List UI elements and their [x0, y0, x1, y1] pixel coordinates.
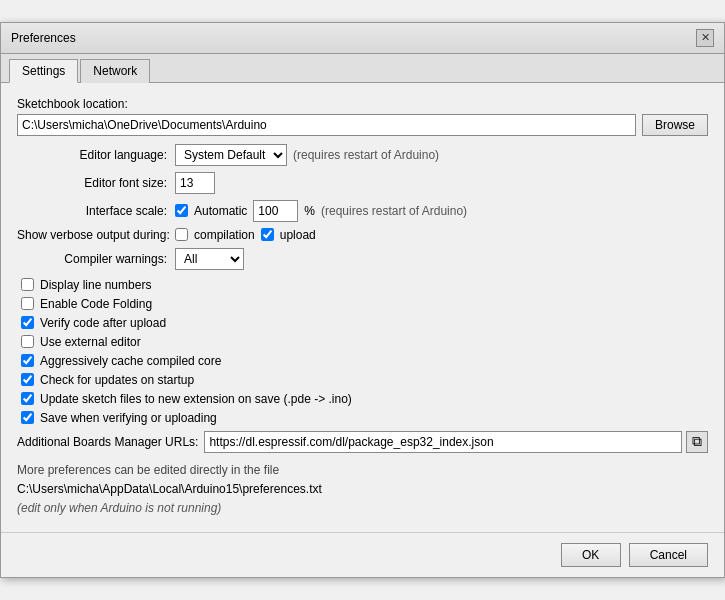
boards-manager-input[interactable]	[204, 431, 682, 453]
save-verifying-label[interactable]: Save when verifying or uploading	[40, 411, 217, 425]
info-line1: More preferences can be edited directly …	[17, 461, 708, 480]
sketchbook-label: Sketchbook location:	[17, 97, 708, 111]
automatic-scale-label[interactable]: Automatic	[194, 204, 247, 218]
verbose-output-ctrl: compilation upload	[175, 228, 708, 242]
display-line-numbers-checkbox[interactable]	[21, 278, 34, 291]
scale-value-input[interactable]	[253, 200, 298, 222]
info-line2: C:\Users\micha\AppData\Local\Arduino15\p…	[17, 480, 708, 499]
compiler-warnings-select[interactable]: None Default More All	[175, 248, 244, 270]
checkbox-row-aggressively-cache: Aggressively cache compiled core	[17, 354, 708, 368]
form-grid: Editor language: System Default (require…	[17, 144, 708, 270]
use-external-editor-label[interactable]: Use external editor	[40, 335, 141, 349]
tab-settings[interactable]: Settings	[9, 59, 78, 83]
info-section: More preferences can be edited directly …	[17, 461, 708, 519]
update-sketch-label[interactable]: Update sketch files to new extension on …	[40, 392, 352, 406]
checkbox-row-save-verifying: Save when verifying or uploading	[17, 411, 708, 425]
compiler-warnings-label: Compiler warnings:	[17, 252, 167, 266]
check-updates-label[interactable]: Check for updates on startup	[40, 373, 194, 387]
use-external-editor-checkbox[interactable]	[21, 335, 34, 348]
editor-font-size-ctrl	[175, 172, 708, 194]
checkbox-section: Display line numbers Enable Code Folding…	[17, 278, 708, 425]
editor-language-select[interactable]: System Default	[175, 144, 287, 166]
footer: OK Cancel	[1, 532, 724, 577]
check-updates-checkbox[interactable]	[21, 373, 34, 386]
automatic-scale-checkbox[interactable]	[175, 204, 188, 217]
display-line-numbers-label[interactable]: Display line numbers	[40, 278, 151, 292]
enable-code-folding-label[interactable]: Enable Code Folding	[40, 297, 152, 311]
checkbox-row-display-line-numbers: Display line numbers	[17, 278, 708, 292]
boards-manager-label: Additional Boards Manager URLs:	[17, 435, 198, 449]
update-sketch-checkbox[interactable]	[21, 392, 34, 405]
editor-language-label: Editor language:	[17, 148, 167, 162]
verify-code-label[interactable]: Verify code after upload	[40, 316, 166, 330]
checkbox-row-external-editor: Use external editor	[17, 335, 708, 349]
save-verifying-checkbox[interactable]	[21, 411, 34, 424]
browse-button[interactable]: Browse	[642, 114, 708, 136]
boards-manager-open-button[interactable]: ⧉	[686, 431, 708, 453]
editor-font-size-input[interactable]	[175, 172, 215, 194]
interface-scale-label: Interface scale:	[17, 204, 167, 218]
sketchbook-input[interactable]	[17, 114, 636, 136]
sketchbook-input-row: Browse	[17, 114, 708, 136]
editor-font-size-label: Editor font size:	[17, 176, 167, 190]
editor-language-note: (requires restart of Arduino)	[293, 148, 439, 162]
scale-unit: %	[304, 204, 315, 218]
verbose-output-label: Show verbose output during:	[17, 228, 167, 242]
cancel-button[interactable]: Cancel	[629, 543, 708, 567]
checkbox-row-update-sketch: Update sketch files to new extension on …	[17, 392, 708, 406]
ok-button[interactable]: OK	[561, 543, 621, 567]
verbose-compilation-checkbox[interactable]	[175, 228, 188, 241]
checkbox-row-enable-code-folding: Enable Code Folding	[17, 297, 708, 311]
title-bar: Preferences ✕	[1, 23, 724, 54]
aggressively-cache-label[interactable]: Aggressively cache compiled core	[40, 354, 221, 368]
dialog-title: Preferences	[11, 31, 76, 45]
editor-language-ctrl: System Default (requires restart of Ardu…	[175, 144, 708, 166]
verbose-upload-checkbox[interactable]	[261, 228, 274, 241]
close-button[interactable]: ✕	[696, 29, 714, 47]
interface-scale-ctrl: Automatic % (requires restart of Arduino…	[175, 200, 708, 222]
tab-network[interactable]: Network	[80, 59, 150, 83]
verbose-compilation-label[interactable]: compilation	[194, 228, 255, 242]
checkbox-row-check-updates: Check for updates on startup	[17, 373, 708, 387]
preferences-dialog: Preferences ✕ Settings Network Sketchboo…	[0, 22, 725, 579]
verify-code-checkbox[interactable]	[21, 316, 34, 329]
tab-bar: Settings Network	[1, 54, 724, 83]
settings-content: Sketchbook location: Browse Editor langu…	[1, 83, 724, 533]
boards-manager-row: Additional Boards Manager URLs: ⧉	[17, 431, 708, 453]
sketchbook-row: Sketchbook location: Browse	[17, 97, 708, 136]
checkbox-row-verify-code: Verify code after upload	[17, 316, 708, 330]
info-line3: (edit only when Arduino is not running)	[17, 499, 708, 518]
verbose-upload-label[interactable]: upload	[280, 228, 316, 242]
aggressively-cache-checkbox[interactable]	[21, 354, 34, 367]
compiler-warnings-ctrl: None Default More All	[175, 248, 708, 270]
enable-code-folding-checkbox[interactable]	[21, 297, 34, 310]
interface-scale-note: (requires restart of Arduino)	[321, 204, 467, 218]
